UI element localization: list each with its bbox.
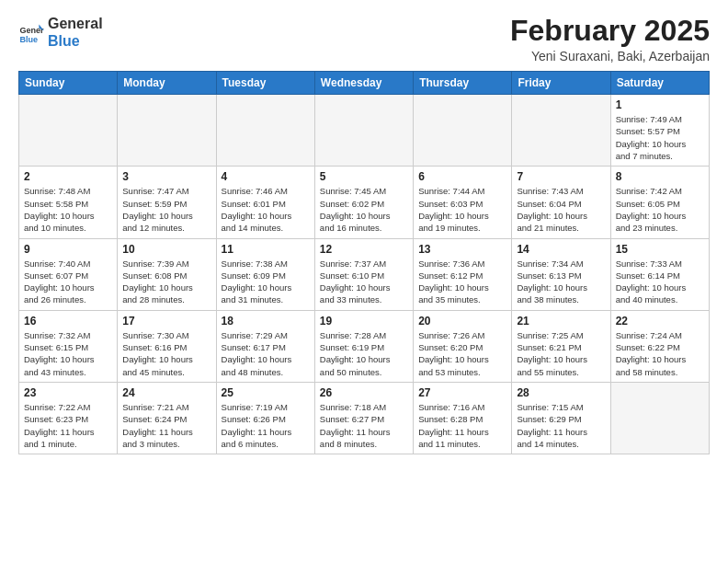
day-info: Sunrise: 7:22 AM Sunset: 6:23 PM Dayligh… — [24, 401, 112, 450]
day-info: Sunrise: 7:26 AM Sunset: 6:20 PM Dayligh… — [418, 329, 506, 378]
day-info: Sunrise: 7:45 AM Sunset: 6:02 PM Dayligh… — [320, 185, 408, 234]
day-number: 23 — [24, 386, 112, 399]
location: Yeni Suraxani, Baki, Azerbaijan — [510, 49, 710, 63]
day-cell: 28Sunrise: 7:15 AM Sunset: 6:29 PM Dayli… — [512, 382, 610, 454]
day-cell: 12Sunrise: 7:37 AM Sunset: 6:10 PM Dayli… — [314, 238, 413, 310]
day-info: Sunrise: 7:36 AM Sunset: 6:12 PM Dayligh… — [418, 258, 506, 306]
logo-icon: General Blue — [18, 19, 44, 45]
day-number: 15 — [616, 243, 704, 256]
calendar: SundayMondayTuesdayWednesdayThursdayFrid… — [18, 71, 710, 454]
day-cell — [19, 95, 118, 167]
day-number: 12 — [320, 243, 408, 256]
day-number: 27 — [418, 386, 506, 399]
day-info: Sunrise: 7:29 AM Sunset: 6:17 PM Dayligh… — [222, 329, 310, 378]
day-number: 14 — [517, 243, 605, 256]
day-cell: 2Sunrise: 7:48 AM Sunset: 5:58 PM Daylig… — [19, 167, 118, 238]
day-info: Sunrise: 7:34 AM Sunset: 6:13 PM Dayligh… — [517, 258, 605, 306]
day-number: 21 — [517, 315, 605, 327]
weekday-header-wednesday: Wednesday — [314, 72, 413, 95]
day-cell: 23Sunrise: 7:22 AM Sunset: 6:23 PM Dayli… — [19, 382, 118, 454]
day-cell: 9Sunrise: 7:40 AM Sunset: 6:07 PM Daylig… — [19, 238, 118, 310]
day-cell: 11Sunrise: 7:38 AM Sunset: 6:09 PM Dayli… — [216, 238, 314, 310]
day-cell: 20Sunrise: 7:26 AM Sunset: 6:20 PM Dayli… — [414, 310, 512, 382]
day-number: 17 — [122, 315, 210, 327]
day-cell: 16Sunrise: 7:32 AM Sunset: 6:15 PM Dayli… — [19, 310, 118, 382]
day-number: 5 — [320, 170, 408, 183]
page: General Blue General Blue February 2025 … — [0, 0, 728, 469]
day-number: 2 — [24, 170, 112, 183]
weekday-header-row: SundayMondayTuesdayWednesdayThursdayFrid… — [19, 72, 710, 95]
day-cell: 4Sunrise: 7:46 AM Sunset: 6:01 PM Daylig… — [216, 167, 314, 238]
day-info: Sunrise: 7:44 AM Sunset: 6:03 PM Dayligh… — [418, 185, 506, 234]
day-number: 8 — [616, 170, 704, 183]
day-cell: 21Sunrise: 7:25 AM Sunset: 6:21 PM Dayli… — [512, 310, 610, 382]
logo-general: General — [48, 15, 103, 32]
day-info: Sunrise: 7:30 AM Sunset: 6:16 PM Dayligh… — [122, 329, 210, 378]
day-number: 20 — [418, 315, 506, 327]
logo-blue: Blue — [48, 32, 103, 50]
day-cell: 8Sunrise: 7:42 AM Sunset: 6:05 PM Daylig… — [610, 167, 709, 238]
day-number: 7 — [517, 170, 605, 183]
day-number: 18 — [222, 315, 310, 327]
day-cell: 27Sunrise: 7:16 AM Sunset: 6:28 PM Dayli… — [414, 382, 512, 454]
day-number: 28 — [517, 386, 605, 399]
day-number: 6 — [418, 170, 506, 183]
month-year: February 2025 — [510, 15, 710, 47]
day-cell: 15Sunrise: 7:33 AM Sunset: 6:14 PM Dayli… — [610, 238, 709, 310]
day-cell: 25Sunrise: 7:19 AM Sunset: 6:26 PM Dayli… — [216, 382, 314, 454]
day-info: Sunrise: 7:28 AM Sunset: 6:19 PM Dayligh… — [320, 329, 408, 378]
day-number: 26 — [320, 386, 408, 399]
week-row-0: 1Sunrise: 7:49 AM Sunset: 5:57 PM Daylig… — [19, 95, 710, 167]
day-number: 22 — [616, 315, 704, 327]
weekday-header-thursday: Thursday — [414, 72, 512, 95]
day-cell: 3Sunrise: 7:47 AM Sunset: 5:59 PM Daylig… — [118, 167, 216, 238]
day-info: Sunrise: 7:47 AM Sunset: 5:59 PM Dayligh… — [122, 185, 210, 234]
weekday-header-saturday: Saturday — [610, 72, 709, 95]
week-row-4: 23Sunrise: 7:22 AM Sunset: 6:23 PM Dayli… — [19, 382, 710, 454]
day-info: Sunrise: 7:46 AM Sunset: 6:01 PM Dayligh… — [222, 185, 310, 234]
day-info: Sunrise: 7:15 AM Sunset: 6:29 PM Dayligh… — [517, 401, 605, 450]
weekday-header-monday: Monday — [118, 72, 216, 95]
week-row-3: 16Sunrise: 7:32 AM Sunset: 6:15 PM Dayli… — [19, 310, 710, 382]
weekday-header-tuesday: Tuesday — [216, 72, 314, 95]
week-row-2: 9Sunrise: 7:40 AM Sunset: 6:07 PM Daylig… — [19, 238, 710, 310]
logo: General Blue General Blue — [18, 15, 103, 50]
day-info: Sunrise: 7:19 AM Sunset: 6:26 PM Dayligh… — [222, 401, 310, 450]
day-number: 9 — [24, 243, 112, 256]
day-cell: 7Sunrise: 7:43 AM Sunset: 6:04 PM Daylig… — [512, 167, 610, 238]
day-info: Sunrise: 7:24 AM Sunset: 6:22 PM Dayligh… — [616, 329, 704, 378]
day-number: 16 — [24, 315, 112, 327]
day-info: Sunrise: 7:43 AM Sunset: 6:04 PM Dayligh… — [517, 185, 605, 234]
day-cell — [216, 95, 314, 167]
day-info: Sunrise: 7:25 AM Sunset: 6:21 PM Dayligh… — [517, 329, 605, 378]
day-info: Sunrise: 7:32 AM Sunset: 6:15 PM Dayligh… — [24, 329, 112, 378]
day-cell: 13Sunrise: 7:36 AM Sunset: 6:12 PM Dayli… — [414, 238, 512, 310]
day-cell: 14Sunrise: 7:34 AM Sunset: 6:13 PM Dayli… — [512, 238, 610, 310]
day-cell: 5Sunrise: 7:45 AM Sunset: 6:02 PM Daylig… — [314, 167, 413, 238]
weekday-header-friday: Friday — [512, 72, 610, 95]
day-number: 11 — [222, 243, 310, 256]
day-cell: 19Sunrise: 7:28 AM Sunset: 6:19 PM Dayli… — [314, 310, 413, 382]
day-cell: 10Sunrise: 7:39 AM Sunset: 6:08 PM Dayli… — [118, 238, 216, 310]
day-number: 10 — [122, 243, 210, 256]
day-info: Sunrise: 7:48 AM Sunset: 5:58 PM Dayligh… — [24, 185, 112, 234]
day-info: Sunrise: 7:38 AM Sunset: 6:09 PM Dayligh… — [222, 258, 310, 306]
day-cell — [414, 95, 512, 167]
header: General Blue General Blue February 2025 … — [18, 15, 710, 63]
day-number: 13 — [418, 243, 506, 256]
day-info: Sunrise: 7:37 AM Sunset: 6:10 PM Dayligh… — [320, 258, 408, 306]
day-cell — [610, 382, 709, 454]
day-number: 4 — [222, 170, 310, 183]
day-number: 3 — [122, 170, 210, 183]
day-cell — [512, 95, 610, 167]
day-cell: 24Sunrise: 7:21 AM Sunset: 6:24 PM Dayli… — [118, 382, 216, 454]
day-info: Sunrise: 7:49 AM Sunset: 5:57 PM Dayligh… — [616, 113, 704, 162]
day-number: 19 — [320, 315, 408, 327]
day-number: 25 — [222, 386, 310, 399]
day-cell: 18Sunrise: 7:29 AM Sunset: 6:17 PM Dayli… — [216, 310, 314, 382]
day-info: Sunrise: 7:40 AM Sunset: 6:07 PM Dayligh… — [24, 258, 112, 306]
svg-text:Blue: Blue — [19, 35, 38, 44]
week-row-1: 2Sunrise: 7:48 AM Sunset: 5:58 PM Daylig… — [19, 167, 710, 238]
day-number: 1 — [616, 98, 704, 111]
day-cell: 26Sunrise: 7:18 AM Sunset: 6:27 PM Dayli… — [314, 382, 413, 454]
